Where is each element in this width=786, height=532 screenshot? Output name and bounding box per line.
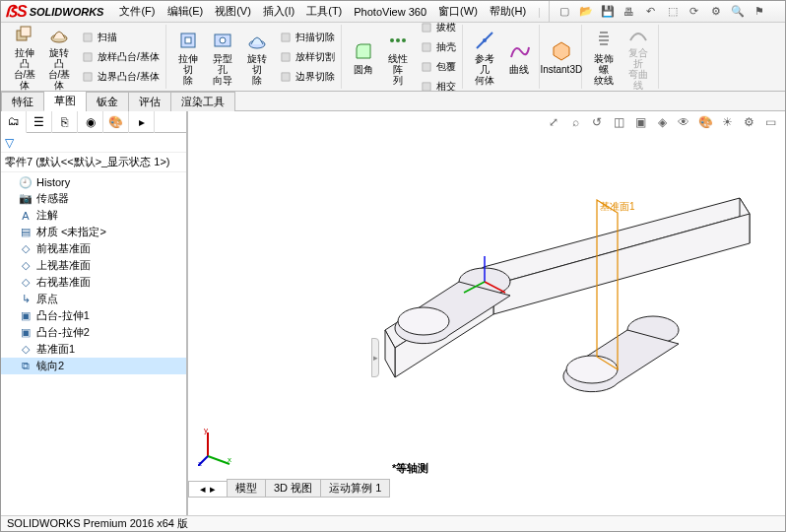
flag-icon[interactable]: ⚑ [751,3,768,21]
fillet-button[interactable]: 圆角 [347,36,380,78]
new-icon[interactable]: ▢ [556,3,573,21]
loft-cut-icon [278,49,294,65]
svg-point-14 [390,38,394,42]
menu-i[interactable]: 插入(I) [257,1,300,22]
svg-rect-13 [282,72,290,80]
svg-rect-3 [84,33,92,40]
sweep-cut-button[interactable]: 扫描切除 [275,28,338,47]
origin-icon: ↳ [19,293,33,306]
tab-草图[interactable]: 草图 [43,91,87,111]
tab-钣金[interactable]: 钣金 [86,92,129,111]
history-icon: 🕘 [19,175,33,189]
bottom-tab-3D 视图[interactable]: 3D 视图 [265,479,321,498]
filter-icon[interactable]: ▽ [5,136,14,150]
open-icon[interactable]: 📂 [577,3,595,21]
panel-grip[interactable]: ▸ [371,338,379,377]
view-triad-icon: y x z [198,427,237,466]
svg-rect-21 [423,82,430,90]
bottom-tab-运动算例 1[interactable]: 运动算例 1 [320,479,390,498]
tree-item-history[interactable]: 🕘History [1,174,186,190]
menu-h[interactable]: 帮助(H) [484,1,532,22]
boss-icon: ▣ [19,326,33,340]
composite-curve-button: 复合折 弯曲线 [622,23,655,92]
tree-root-title[interactable]: 零件7 (默认<<默认>_显示状态 1>) [1,153,186,172]
tree-item-annotation[interactable]: A注解 [1,207,186,224]
svg-rect-1 [21,27,31,36]
menu-t[interactable]: 工具(T) [300,1,348,22]
extrude-boss-button[interactable]: 拉伸凸 台/基体 [8,23,41,92]
linear-pattern-icon [386,29,410,52]
thread-button[interactable]: 装饰螺 纹线 [587,26,621,89]
config-tab[interactable]: ⎘ [52,111,78,133]
svg-point-15 [396,38,400,42]
sweep-icon [80,30,96,45]
revolve-boss-button[interactable]: 旋转凸 台/基体 [42,23,76,92]
bottom-tab-模型[interactable]: 模型 [227,479,266,498]
svg-text:y: y [204,427,208,434]
property-tab[interactable]: ☰ [27,111,52,133]
extrude-cut-icon [176,29,200,52]
menu-e[interactable]: 编辑(E) [162,1,210,22]
svg-rect-5 [84,72,92,80]
menu-v[interactable]: 视图(V) [209,1,257,22]
menu-photoview[interactable]: PhotoView 360 [348,1,432,22]
intersect-icon [419,79,434,93]
search-icon[interactable]: 🔍 [729,3,747,21]
mirror-icon: ⧉ [19,360,33,373]
instant3d-button[interactable]: Instant3D [545,36,578,78]
wrap-icon [419,59,434,75]
boundary-boss-button[interactable]: 边界凸台/基体 [77,67,163,87]
tree-item-plane[interactable]: ◇上视基准面 [1,257,186,274]
tree-item-mirror[interactable]: ⧉镜向2 [1,358,186,374]
tab-渲染工具[interactable]: 渲染工具 [170,92,235,111]
svg-rect-4 [84,52,92,60]
tab-评估[interactable]: 评估 [128,92,171,111]
hole-wizard-button[interactable]: 异型孔 向导 [206,26,239,89]
tree-item-plane[interactable]: ◇基准面1 [1,341,186,358]
fillet-icon [352,39,375,63]
menu-w[interactable]: 窗口(W) [432,1,484,22]
wrap-button[interactable]: 包覆 [416,57,459,77]
menu-f[interactable]: 文件(F) [113,1,161,22]
ref-geom-button[interactable]: 参考几 何体 [468,26,501,89]
undo-icon[interactable]: ↶ [642,3,660,21]
loft-cut-button[interactable]: 放样切割 [275,47,338,67]
revolve-cut-button[interactable]: 旋转切 除 [240,26,274,89]
draft-icon [419,23,434,35]
linear-pattern-button[interactable]: 线性阵 列 [381,26,415,89]
feature-tree-tab[interactable]: 🗂 [1,111,27,133]
shell-button[interactable]: 抽壳 [416,37,459,57]
intersect-button[interactable]: 相交 [416,77,459,93]
curves-button[interactable]: 曲线 [502,36,536,78]
logo-icon: ẞS [5,2,28,21]
more-tab[interactable]: ▸ [129,111,155,133]
sweep-button[interactable]: 扫描 [77,28,163,47]
tree-item-boss[interactable]: ▣凸台-拉伸2 [1,324,186,341]
display-tab[interactable]: ◉ [78,111,103,133]
print-icon[interactable]: 🖶 [621,3,638,21]
svg-rect-12 [282,52,290,60]
options-icon[interactable]: ⚙ [707,3,725,21]
tree-item-boss[interactable]: ▣凸台-拉伸1 [1,307,186,324]
svg-marker-25 [554,42,569,60]
select-icon[interactable]: ⬚ [664,3,682,21]
model-canvas: 基准面1 [188,111,779,515]
model-viewport[interactable]: ⤢⌕↺◫▣◈👁🎨☀⚙▭ [188,111,785,515]
appearance-tab[interactable]: 🎨 [103,111,129,133]
svg-line-41 [208,456,229,464]
plane-icon: ◇ [19,259,33,273]
save-icon[interactable]: 💾 [599,3,617,21]
extrude-cut-button[interactable]: 拉伸切 除 [171,26,205,89]
viewport-orientation-label: *等轴测 [392,461,428,476]
tree-item-sensor[interactable]: 📷传感器 [1,190,186,207]
rebuild-icon[interactable]: ⟳ [686,3,703,21]
tree-item-material[interactable]: ▤材质 <未指定> [1,224,186,240]
svg-point-24 [483,38,487,42]
loft-boss-button[interactable]: 放样凸台/基体 [77,47,163,67]
tree-item-plane[interactable]: ◇前视基准面 [1,240,186,257]
tab-特征[interactable]: 特征 [1,92,44,111]
tree-item-plane[interactable]: ◇右视基准面 [1,274,186,291]
draft-button[interactable]: 拔模 [416,23,459,37]
boundary-cut-button[interactable]: 边界切除 [275,67,338,87]
tree-item-origin[interactable]: ↳原点 [1,291,186,307]
